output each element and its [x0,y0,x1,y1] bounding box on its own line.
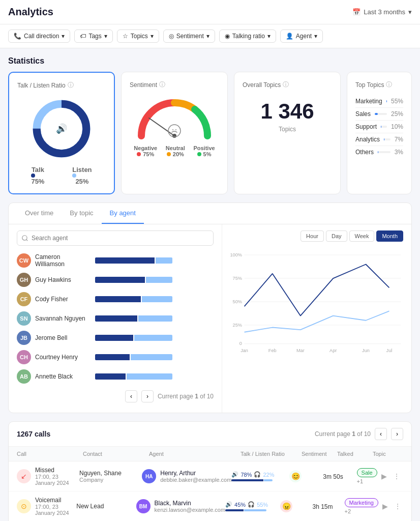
star-icon: ☆ [123,33,128,40]
chart-controls: Hour Day Week Month [230,230,403,242]
svg-point-7 [175,129,176,130]
avatar: SN [17,311,31,326]
talk-listen-card: Talk / Listen Ratio ⓘ 🔊 Talk [8,72,115,194]
tab-by-agent[interactable]: By agent [102,203,144,224]
list-item: CF Cody Fisher [17,290,214,309]
avatar: CF [17,292,31,306]
filter-topics[interactable]: ☆ Topics ▾ [117,30,159,43]
info-icon: ⓘ [386,80,392,89]
svg-text:Feb: Feb [268,348,277,353]
filter-sentiment[interactable]: ◎ Sentiment ▾ [163,30,215,43]
call-date: 17:00, 23 January 2024 [35,474,79,486]
play-button[interactable]: ▶ [379,471,389,481]
filter-tags[interactable]: 🏷 Tags ▾ [74,30,112,43]
chevron-down-icon: ▾ [408,8,412,16]
talk-bar [95,373,126,380]
talk-bar [95,296,141,302]
svg-text:Apr: Apr [329,348,337,353]
listen-bar [146,277,173,283]
filter-agent[interactable]: 👤 Agent ▾ [280,30,323,43]
chart-btn-day[interactable]: Day [326,230,347,242]
agent-rows-container: CW Cameron Williamson GH Guy Hawkins CF … [17,251,214,386]
tabs-header: Over time By topic By agent [9,203,411,224]
filter-call-direction[interactable]: 📞 Call direction ▾ [8,30,70,43]
play-button[interactable]: ▶ [380,501,390,511]
talk-icon: 🔊 [231,471,238,478]
avatar: CH [17,350,31,364]
calls-prev-button[interactable]: ‹ [375,428,387,440]
svg-text:Mar: Mar [296,348,305,353]
avatar: BM [136,499,151,513]
statistics-section: Statistics Talk / Listen Ratio ⓘ 🔊 [0,48,420,202]
chevron-down-icon: ▾ [267,33,271,40]
chevron-down-icon: ▾ [314,33,317,40]
agent-pagination: ‹ › Current page 1 of 10 [17,386,214,407]
chart-area: Hour Day Week Month 100% 75% 50% 25 [222,224,411,413]
agent-email: kenzi.lawson@example.com [155,507,226,513]
next-page-button[interactable]: › [141,390,154,402]
agent-bar-wrap [95,335,214,341]
chart-btn-week[interactable]: Week [349,230,375,242]
talk-label: Talk 75% [31,166,44,185]
listen-bar [156,257,172,264]
talk-pct: 45% [234,502,246,508]
call-date: 17:00, 23 January 2024 [35,504,76,516]
talked-time: 3h 15m [312,503,333,510]
chevron-down-icon: ▾ [62,33,65,40]
list-item: JB Jerome Bell [17,328,214,348]
prev-page-button[interactable]: ‹ [125,390,137,402]
calls-header-row: 1267 calls Current page 1 of 10 ‹ › [9,422,411,447]
filter-talking-ratio[interactable]: ◉ Talking ratio ▾ [219,30,276,43]
talked-cell: 3m 50s [323,473,356,480]
chart-btn-hour[interactable]: Hour [301,230,324,242]
chart-btn-month[interactable]: Month [376,230,403,242]
listen-pct: 22% [263,472,274,478]
col-sentiment-header: Sentiment [302,451,337,457]
talk-listen-title: Talk / Listen Ratio ⓘ [17,81,106,90]
agent-bar-wrap [95,277,214,283]
table-row: ⊙ Voicemail 17:00, 23 January 2024 New L… [9,491,411,521]
app-header: Analytics 📅 Last 3 months ▾ [0,0,420,24]
more-button[interactable]: ⋮ [392,501,403,511]
agent-bar-wrap [95,354,214,360]
contact-info: Nguyen, Shane Company [79,470,142,483]
topic-row: Support 10% [355,121,403,133]
sentiment-icon: 😊 [289,470,302,482]
gauge-svg [134,95,215,141]
donut-chart: 🔊 [17,96,106,162]
info-icon: ⓘ [68,81,74,90]
col-talked-header: Talked [337,451,373,457]
stat-cards: Talk / Listen Ratio ⓘ 🔊 Talk [8,72,412,194]
topic-badge: Sale [357,468,377,477]
ratio-info: 🔊 78% 🎧 22% [231,471,289,481]
calls-next-button[interactable]: › [391,428,403,440]
call-info: ⊙ Voicemail 17:00, 23 January 2024 [17,497,76,516]
tab-by-topic[interactable]: By topic [62,203,101,224]
positive-dot [197,152,201,156]
topic-row: Sales 25% [355,108,403,121]
more-button[interactable]: ⋮ [391,471,402,481]
svg-text:75%: 75% [233,276,242,281]
search-input[interactable] [17,230,214,246]
sentiment-cell: 😊 [289,470,323,482]
topics-count: 1 346 [243,99,332,124]
agent-bar-wrap [95,257,214,264]
col-call-header: Call [17,451,83,457]
talked-cell: 3h 15m [312,503,344,510]
topic-bar-wrap [384,138,391,140]
listen-bar [134,335,172,341]
talk-bar [95,257,155,264]
avatar: GH [17,273,31,287]
topic-row: Marketing 55% [355,95,403,108]
date-range-picker[interactable]: 📅 Last 3 months ▾ [352,8,412,16]
listen-bar [142,296,172,302]
agent-info: BM Black, Marvin kenzi.lawson@example.co… [136,499,226,513]
calls-table-body: ↙ Missed 17:00, 23 January 2024 Nguyen, … [9,461,411,521]
tag-icon: 🏷 [80,33,86,40]
chevron-down-icon: ▾ [206,33,209,40]
col-contact-header: Contact [83,451,149,457]
tab-over-time[interactable]: Over time [17,203,62,224]
topic-row: Analytics 7% [355,133,403,146]
avatar: AB [17,369,31,384]
action-buttons: ▶ ⋮ [380,501,403,511]
